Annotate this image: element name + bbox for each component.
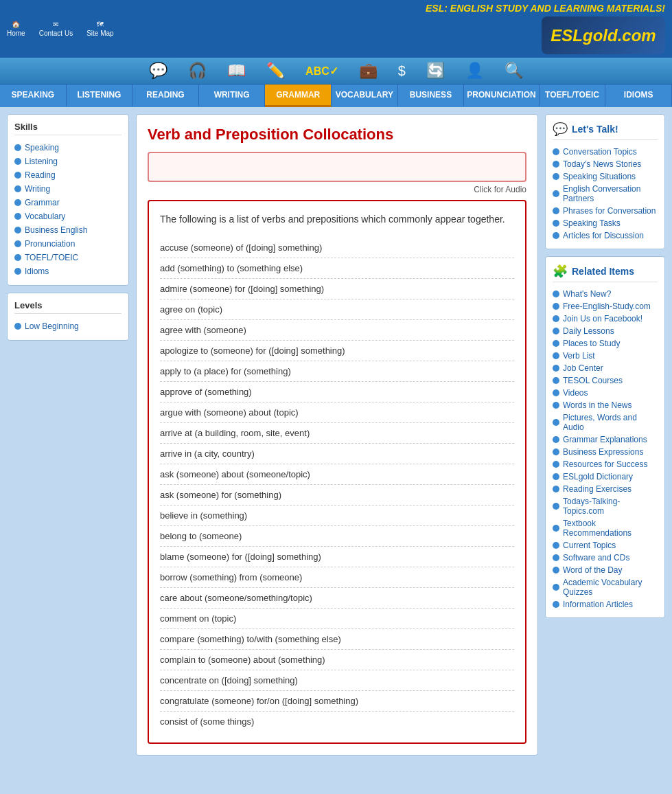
nav-grammar[interactable]: GRAMMAR [265,84,332,107]
nav-reading[interactable]: READING [132,84,199,107]
related-link[interactable]: TESOL Courses [553,374,658,387]
bullet-icon [14,240,21,247]
related-link[interactable]: Job Center [553,362,658,374]
sidebar-item-idioms[interactable]: Idioms [14,264,121,278]
bullet-icon [553,315,559,322]
header-navigation: 🏠 Home ✉ Contact Us 🗺 Site Map [7,21,114,37]
listening-icon-nav[interactable]: 🎧 [188,62,207,80]
idioms-icon-nav[interactable]: 🔍 [505,62,523,80]
lets-talk-title: 💬 Let's Talk! [553,122,658,140]
speaking-situations-link[interactable]: Speaking Situations [553,170,658,183]
speaking-icon: 💬 [149,62,167,80]
sidebar-item-low-beginning[interactable]: Low Beginning [14,319,121,333]
speaking-icon-nav[interactable]: 💬 [149,62,167,80]
related-link[interactable]: Places to Study [553,337,658,350]
bullet-icon [14,185,21,192]
reading-icon-nav[interactable]: 📖 [227,62,246,80]
audio-player-bar[interactable] [148,152,526,182]
list-item: apologize to (someone) for ([doing] some… [160,341,514,361]
related-link[interactable]: Resources for Success [553,458,658,470]
related-link[interactable]: Words in the News [553,399,658,411]
sidebar-item-reading[interactable]: Reading [14,168,121,182]
toefl-icon-nav[interactable]: 👤 [465,62,484,80]
list-item: add (something) to (something else) [160,258,514,279]
speaking-tasks-link[interactable]: Speaking Tasks [553,217,658,229]
bullet-icon [14,172,21,179]
business-icon-nav[interactable]: $ [398,63,406,79]
pronunciation-icon-nav[interactable]: 🔄 [426,62,445,80]
nav-vocabulary[interactable]: VOCABULARY [332,84,398,107]
related-items-section: 🧩 Related Items What's New?Free-English-… [545,256,665,618]
related-link[interactable]: Reading Exercises [553,483,658,495]
related-link[interactable]: Grammar Explanations [553,433,658,446]
related-link[interactable]: Academic Vocabulary Quizzes [553,576,658,598]
related-link[interactable]: Free-English-Study.com [553,300,658,313]
related-link[interactable]: Verb List [553,350,658,362]
related-link[interactable]: Word of the Day [553,564,658,576]
sidebar-item-vocabulary[interactable]: Vocabulary [14,209,121,223]
lets-talk-section: 💬 Let's Talk! Conversation Topics Today'… [545,114,665,249]
bullet-icon [553,232,559,239]
list-item: arrive at (a building, room, site, event… [160,423,514,444]
conversation-topics-link[interactable]: Conversation Topics [553,146,658,158]
bullet-icon [553,436,559,443]
bullet-icon [553,148,559,155]
list-item: accuse (someone) of ([doing] something) [160,238,514,258]
related-link[interactable]: Daily Lessons [553,325,658,337]
intro-text: The following is a list of verbs and pre… [160,212,514,227]
bullet-icon [553,525,559,532]
left-sidebar: Skills Speaking Listening Reading Writin… [7,114,129,756]
sidebar-item-toefl[interactable]: TOEFL/TOEIC [14,251,121,264]
right-sidebar: 💬 Let's Talk! Conversation Topics Today'… [545,114,665,756]
related-link[interactable]: What's New? [553,288,658,300]
nav-listening[interactable]: LISTENING [67,84,133,107]
related-link[interactable]: Pictures, Words and Audio [553,411,658,433]
content-wrapper: Skills Speaking Listening Reading Writin… [0,107,672,762]
nav-idioms[interactable]: IDIOMS [605,84,672,107]
related-link[interactable]: ESLgold Dictionary [553,470,658,483]
articles-discussion-link[interactable]: Articles for Discussion [553,229,658,242]
list-item: belong to (someone) [160,526,514,547]
contact-link[interactable]: ✉ Contact Us [39,21,73,37]
conversation-partners-link[interactable]: English Conversation Partners [553,183,658,205]
bullet-icon [553,220,559,227]
bullet-icon [553,419,559,426]
sidebar-item-business-english[interactable]: Business English [14,223,121,237]
nav-speaking[interactable]: SPEAKING [0,84,67,107]
sidebar-item-listening[interactable]: Listening [14,155,121,168]
contact-icon: ✉ [53,21,58,28]
bullet-icon [553,340,559,347]
click-for-audio-label[interactable]: Click for Audio [148,185,526,194]
bullet-icon [14,144,21,151]
vocabulary-icon-nav[interactable]: 💼 [359,62,378,80]
sidebar-item-grammar[interactable]: Grammar [14,196,121,209]
sidebar-item-speaking[interactable]: Speaking [14,141,121,155]
nav-writing[interactable]: WRITING [199,84,266,107]
sidebar-item-pronunciation[interactable]: Pronunciation [14,237,121,251]
related-link[interactable]: Business Expressions [553,446,658,458]
sidebar-item-writing[interactable]: Writing [14,182,121,196]
related-items-title: 🧩 Related Items [553,264,658,282]
nav-business[interactable]: BUSINESS [398,84,465,107]
related-link[interactable]: Join Us on Facebook! [553,313,658,325]
related-link[interactable]: Current Topics [553,539,658,552]
related-link[interactable]: Information Articles [553,598,658,611]
writing-icon-nav[interactable]: ✏️ [266,62,285,80]
phrases-conversation-link[interactable]: Phrases for Conversation [553,205,658,217]
related-link[interactable]: Todays-Talking-Topics.com [553,495,658,517]
nav-toefl[interactable]: TOEFL/TOEIC [540,84,606,107]
grammar-icon-nav[interactable]: ABC✓ [305,65,338,78]
home-link[interactable]: 🏠 Home [7,21,25,37]
logo: ESL: ENGLISH STUDY AND LEARNING MATERIAL… [426,3,665,54]
icon-navigation: 💬 🎧 📖 ✏️ ABC✓ 💼 $ 🔄 👤 🔍 [0,57,672,84]
related-link[interactable]: Videos [553,387,658,399]
nav-pronunciation[interactable]: PRONUNCIATION [464,84,539,107]
list-item: complain to (someone) about (something) [160,650,514,670]
bullet-icon [553,503,559,510]
sitemap-link[interactable]: 🗺 Site Map [86,21,113,37]
related-link[interactable]: Software and CDs [553,552,658,564]
related-link[interactable]: Textbook Recommendations [553,517,658,539]
pronunciation-icon: 🔄 [426,62,445,80]
todays-news-link[interactable]: Today's News Stories [553,158,658,170]
reading-icon: 📖 [227,62,246,80]
